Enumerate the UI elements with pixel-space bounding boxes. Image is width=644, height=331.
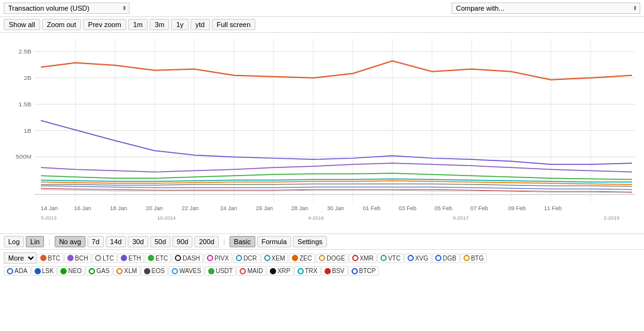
coin-usdt[interactable]: USDT	[205, 266, 236, 276]
7d-button[interactable]: 7d	[87, 236, 104, 247]
svg-text:11 Feb: 11 Feb	[544, 205, 562, 211]
transaction-volume-wrapper[interactable]: Transaction volume (USD)	[4, 3, 130, 14]
gas-label: GAS	[96, 267, 109, 274]
compare-with-select[interactable]: Compare with...	[452, 3, 640, 14]
3m-button[interactable]: 3m	[150, 19, 169, 30]
toolbar: Show all Zoom out Prev zoom 1m 3m 1y ytd…	[0, 17, 644, 33]
svg-text:500M: 500M	[16, 153, 31, 160]
svg-text:07 Feb: 07 Feb	[470, 205, 488, 211]
xrp-label: XRP	[277, 267, 291, 274]
svg-text:10-2014: 10-2014	[157, 215, 176, 221]
1y-button[interactable]: 1y	[171, 19, 189, 30]
coin-btc[interactable]: BTC	[37, 254, 64, 263]
90d-button[interactable]: 90d	[172, 236, 192, 247]
formula-button[interactable]: Formula	[257, 236, 291, 247]
btg-label: BTG	[471, 255, 484, 262]
coin-row-1: More BTC BCH LTC ETH ETC DASH PIVX	[4, 251, 640, 265]
chart-svg: 2.5B 2B 1.5B 1B 500M 14 Jan 16 Jan 18 Ja…	[0, 33, 644, 233]
ytd-button[interactable]: ytd	[191, 19, 210, 30]
coin-xrp[interactable]: XRP	[267, 266, 294, 276]
svg-text:30 Jan: 30 Jan	[327, 205, 344, 211]
svg-text:18 Jan: 18 Jan	[110, 205, 127, 211]
coin-neo[interactable]: NEO	[57, 266, 85, 276]
more-select[interactable]: More	[4, 252, 36, 264]
prev-zoom-button[interactable]: Prev zoom	[83, 19, 126, 30]
50d-button[interactable]: 50d	[150, 236, 170, 247]
svg-text:05 Feb: 05 Feb	[435, 205, 452, 211]
bsv-label: BSV	[332, 267, 345, 274]
transaction-volume-select[interactable]: Transaction volume (USD)	[4, 3, 130, 14]
svg-text:5-2013: 5-2013	[41, 215, 57, 221]
coin-ltc[interactable]: LTC	[92, 254, 117, 263]
pivx-dot	[207, 255, 213, 261]
coin-xlm[interactable]: XLM	[113, 266, 140, 276]
maid-label: MAID	[247, 267, 263, 274]
bch-dot	[67, 255, 74, 261]
coin-btcp[interactable]: BTCP	[348, 266, 379, 276]
coin-pivx[interactable]: PIVX	[204, 254, 232, 263]
svg-text:14 Jan: 14 Jan	[41, 205, 58, 211]
coin-trx[interactable]: TRX	[294, 266, 321, 276]
dcr-label: DCR	[243, 255, 257, 262]
200d-button[interactable]: 200d	[194, 236, 218, 247]
coin-bch[interactable]: BCH	[64, 254, 91, 263]
btc-label: BTC	[48, 255, 60, 262]
vtc-label: VTC	[388, 255, 401, 262]
coin-btg[interactable]: BTG	[460, 254, 487, 263]
ltc-label: LTC	[103, 255, 114, 262]
doge-dot	[319, 255, 325, 261]
dgb-dot	[435, 255, 441, 261]
btcp-label: BTCP	[359, 267, 376, 274]
full-screen-button[interactable]: Full screen	[212, 19, 256, 30]
coin-maid[interactable]: MAID	[236, 266, 266, 276]
xmr-dot	[352, 255, 358, 261]
etc-label: ETC	[155, 255, 168, 262]
coin-dash[interactable]: DASH	[172, 254, 203, 263]
coin-xvg[interactable]: XVG	[404, 254, 431, 263]
14d-button[interactable]: 14d	[106, 236, 126, 247]
coin-lsk[interactable]: LSK	[31, 266, 57, 276]
coin-waves[interactable]: WAVES	[169, 266, 204, 276]
coin-xmr[interactable]: XMR	[349, 254, 377, 263]
1m-button[interactable]: 1m	[128, 19, 148, 30]
coin-dgb[interactable]: DGB	[432, 254, 460, 263]
coin-ada[interactable]: ADA	[4, 266, 31, 276]
coin-xem[interactable]: XEM	[261, 254, 289, 263]
dash-label: DASH	[182, 255, 200, 262]
dgb-label: DGB	[443, 255, 457, 262]
coin-gas[interactable]: GAS	[86, 266, 113, 276]
30d-button[interactable]: 30d	[128, 236, 148, 247]
coin-zec[interactable]: ZEC	[289, 254, 315, 263]
coin-etc[interactable]: ETC	[145, 254, 171, 263]
coin-rows: More BTC BCH LTC ETH ETC DASH PIVX	[0, 250, 644, 278]
etc-dot	[148, 255, 154, 261]
coin-bsv[interactable]: BSV	[321, 266, 348, 276]
coin-doge[interactable]: DOGE	[316, 254, 348, 263]
bottom-controls: Log Lin | No avg 7d 14d 30d 50d 90d 200d…	[0, 234, 644, 250]
basic-button[interactable]: Basic	[230, 236, 255, 247]
coin-eos[interactable]: EOS	[141, 266, 168, 276]
waves-label: WAVES	[179, 267, 201, 274]
lsk-label: LSK	[42, 267, 54, 274]
chart-area: 2.5B 2B 1.5B 1B 500M 14 Jan 16 Jan 18 Ja…	[0, 33, 644, 234]
ltc-dot	[95, 255, 101, 261]
lin-button[interactable]: Lin	[26, 236, 44, 247]
zec-dot	[292, 255, 298, 261]
coin-eth[interactable]: ETH	[118, 254, 144, 263]
svg-text:2-2019: 2-2019	[604, 215, 619, 221]
log-button[interactable]: Log	[4, 236, 24, 247]
svg-text:28 Jan: 28 Jan	[291, 205, 308, 211]
neo-label: NEO	[68, 267, 82, 274]
show-all-button[interactable]: Show all	[4, 19, 40, 30]
svg-text:1.5B: 1.5B	[18, 101, 31, 108]
bsv-dot	[325, 268, 331, 274]
settings-button[interactable]: Settings	[293, 236, 327, 247]
zoom-out-button[interactable]: Zoom out	[42, 19, 81, 30]
coin-dcr[interactable]: DCR	[233, 254, 260, 263]
svg-text:22 Jan: 22 Jan	[182, 205, 199, 211]
zec-label: ZEC	[299, 255, 312, 262]
compare-with-wrapper[interactable]: Compare with...	[452, 3, 640, 14]
dash-dot	[175, 255, 181, 261]
coin-vtc[interactable]: VTC	[377, 254, 404, 263]
no-avg-button[interactable]: No avg	[55, 236, 86, 247]
